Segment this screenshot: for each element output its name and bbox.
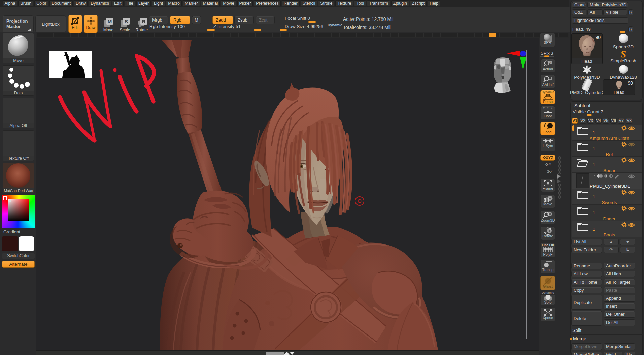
svg-text:R: R [142,18,145,24]
svg-text:x1: x1 [549,62,552,65]
svg-text:M: M [107,18,112,24]
svg-text:S: S [124,18,128,24]
